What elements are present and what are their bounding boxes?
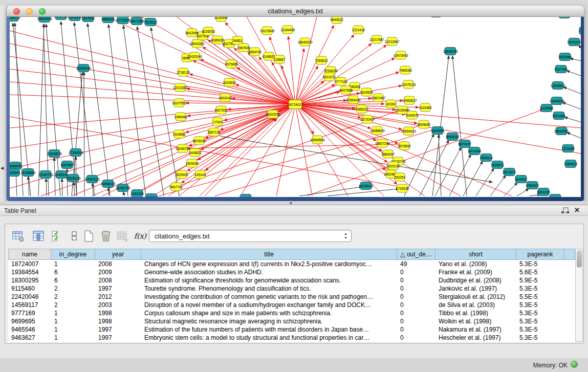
graph-node[interactable]: 9242843 bbox=[223, 78, 236, 86]
west-panel-expand-arrow-icon[interactable]: ◀ bbox=[1, 166, 4, 170]
graph-node[interactable]: 9699695 bbox=[417, 120, 430, 128]
graph-node[interactable]: 1621064 bbox=[552, 112, 565, 120]
graph-node[interactable]: 10958167 bbox=[101, 180, 116, 188]
table-row[interactable]: 977716911998Corpus callosum shape and si… bbox=[8, 309, 575, 317]
graph-node[interactable]: 9375685 bbox=[225, 60, 238, 68]
graph-node[interactable]: 8958924 bbox=[446, 133, 459, 141]
graph-node[interactable]: 164095 bbox=[240, 194, 251, 198]
column-settings-icon[interactable] bbox=[12, 230, 25, 243]
graph-node[interactable]: 1733426 bbox=[396, 184, 409, 192]
table-row[interactable]: 911546021997Tourette syndrome. Phenomeno… bbox=[8, 285, 575, 293]
graph-node[interactable]: 2718126 bbox=[177, 68, 190, 76]
graph-node[interactable]: 3624554 bbox=[360, 88, 373, 96]
graph-node[interactable]: 1916682 bbox=[172, 130, 186, 138]
unselect-rows-icon[interactable] bbox=[69, 230, 81, 243]
graph-node[interactable]: 8226053 bbox=[202, 27, 215, 35]
graph-node[interactable]: 10653287 bbox=[68, 17, 82, 21]
graph-node[interactable]: 9777169 bbox=[334, 77, 347, 85]
graph-node[interactable]: 8813054 bbox=[429, 17, 443, 17]
graph-node[interactable]: 1049576 bbox=[405, 111, 419, 119]
graph-node[interactable]: 15692951 bbox=[554, 127, 569, 135]
graph-node[interactable]: 1985468 bbox=[174, 113, 187, 121]
select-all-rows-icon[interactable]: ✓ ✓ bbox=[51, 230, 63, 243]
graph-node[interactable]: 1221418 bbox=[352, 26, 365, 34]
graph-node[interactable]: 8454749 bbox=[248, 48, 262, 56]
graph-node[interactable]: 11154408 bbox=[280, 26, 295, 34]
graph-node[interactable]: 8267130 bbox=[207, 128, 221, 136]
network-window[interactable]: citations_edges.txt 14055724206914062693… bbox=[7, 6, 584, 201]
table-row[interactable]: 946554611997Estimation of the future num… bbox=[8, 325, 575, 334]
graph-node[interactable]: 7625402 bbox=[175, 170, 188, 179]
graph-node[interactable]: 16782759 bbox=[116, 184, 130, 192]
graph-node[interactable]: 924502 bbox=[515, 176, 527, 183]
graph-node[interactable]: 2603144 bbox=[219, 94, 232, 102]
graph-node[interactable]: 9146821 bbox=[262, 52, 275, 60]
panel-splitter[interactable] bbox=[0, 201, 588, 205]
graph-node[interactable]: 20691406 bbox=[37, 17, 52, 23]
graph-node[interactable]: 9227343 bbox=[554, 65, 568, 73]
graph-node[interactable]: 1615132 bbox=[386, 162, 400, 170]
network-canvas[interactable]: 1405572420691406269371910653287152760264… bbox=[10, 17, 581, 197]
graph-node[interactable]: 9457791 bbox=[169, 183, 183, 191]
graph-node[interactable]: 20053346 bbox=[76, 64, 91, 72]
column-header-year[interactable]: year bbox=[95, 249, 141, 260]
graph-node[interactable]: 8186328 bbox=[211, 36, 224, 44]
graph-node[interactable]: 12444154 bbox=[550, 97, 564, 105]
table-row[interactable]: 1872400712008Changes of HCN gene express… bbox=[8, 260, 575, 268]
select-columns-icon[interactable] bbox=[33, 230, 45, 243]
graph-node[interactable]: 6679197 bbox=[458, 140, 471, 148]
graph-node[interactable]: 62160 bbox=[386, 100, 396, 108]
graph-node[interactable]: 1621072 bbox=[322, 73, 336, 81]
new-column-icon[interactable] bbox=[83, 230, 95, 243]
graph-node[interactable]: 5878335 bbox=[192, 137, 206, 145]
graph-node[interactable]: 3915941 bbox=[10, 169, 20, 177]
column-header-name[interactable]: name bbox=[8, 249, 51, 260]
float-panel-icon[interactable] bbox=[561, 207, 570, 216]
graph-node[interactable]: 9115460 bbox=[419, 103, 432, 112]
table-row[interactable]: 1830029562008Estimation of significance … bbox=[8, 276, 575, 285]
graph-node[interactable]: 7486322 bbox=[355, 105, 368, 113]
graph-node[interactable]: 17957223 bbox=[85, 176, 100, 183]
graph-node[interactable]: 1221064 bbox=[561, 145, 575, 152]
table-row[interactable]: 1456911722003Disruption of a novel membe… bbox=[8, 301, 575, 309]
graph-node[interactable]: 7485063 bbox=[399, 66, 412, 74]
column-header-in_degree[interactable]: in_degree bbox=[51, 249, 95, 260]
column-header-short[interactable]: short bbox=[435, 249, 516, 260]
graph-node[interactable]: 2693719 bbox=[54, 17, 68, 20]
graph-node[interactable]: 1449822 bbox=[188, 148, 202, 157]
graph-node[interactable]: 12093832 bbox=[551, 82, 565, 90]
graph-node[interactable]: 17359924 bbox=[69, 149, 83, 157]
scrollbar-thumb[interactable] bbox=[577, 250, 582, 268]
graph-node[interactable]: 7515512 bbox=[144, 18, 157, 26]
graph-node[interactable]: 9329966 bbox=[558, 53, 572, 61]
table-row[interactable]: 2242004622012Investigating the contribut… bbox=[8, 293, 575, 301]
graph-node[interactable]: 1106934 bbox=[549, 194, 562, 198]
graph-node[interactable]: 1409344 bbox=[185, 159, 199, 167]
graph-node[interactable]: 9397587 bbox=[60, 161, 74, 169]
function-builder-icon[interactable]: f(x) bbox=[134, 232, 146, 244]
graph-hub-node[interactable]: 18724007 bbox=[288, 100, 303, 109]
graph-node[interactable]: 1069422 bbox=[526, 182, 539, 189]
graph-node[interactable]: 6466160 bbox=[101, 17, 115, 23]
graph-node[interactable]: 1292344 bbox=[130, 190, 144, 198]
graph-node[interactable]: 9884067 bbox=[381, 150, 395, 158]
graph-node[interactable]: 14136141 bbox=[359, 182, 374, 190]
graph-node[interactable]: 14671358 bbox=[129, 17, 144, 25]
graph-node[interactable]: 1084519 bbox=[564, 160, 577, 168]
graph-node[interactable]: 1527602 bbox=[81, 17, 95, 22]
column-header-pagerank[interactable]: pagerank bbox=[516, 249, 564, 260]
graph-node[interactable]: 15751074 bbox=[567, 38, 581, 46]
graph-node[interactable]: 9474444 bbox=[468, 147, 481, 155]
graph-node[interactable]: 6497568 bbox=[339, 86, 353, 94]
table-scrollbar[interactable] bbox=[575, 249, 583, 342]
table-row[interactable]: 1938455462009Genome-wide association stu… bbox=[8, 268, 575, 276]
graph-node[interactable]: 20206576 bbox=[47, 150, 62, 158]
graph-node[interactable]: 12975115 bbox=[401, 80, 416, 89]
graph-node[interactable]: 9245012 bbox=[145, 194, 158, 198]
column-header-title[interactable]: title bbox=[141, 249, 397, 260]
graph-node[interactable]: 11156869 bbox=[21, 169, 35, 177]
graph-node[interactable]: 8427552 bbox=[214, 106, 228, 114]
import-table-disabled-icon[interactable]: ✕ bbox=[117, 230, 129, 243]
network-window-titlebar[interactable]: citations_edges.txt bbox=[7, 6, 584, 17]
graph-node[interactable]: 2935114 bbox=[480, 154, 493, 162]
